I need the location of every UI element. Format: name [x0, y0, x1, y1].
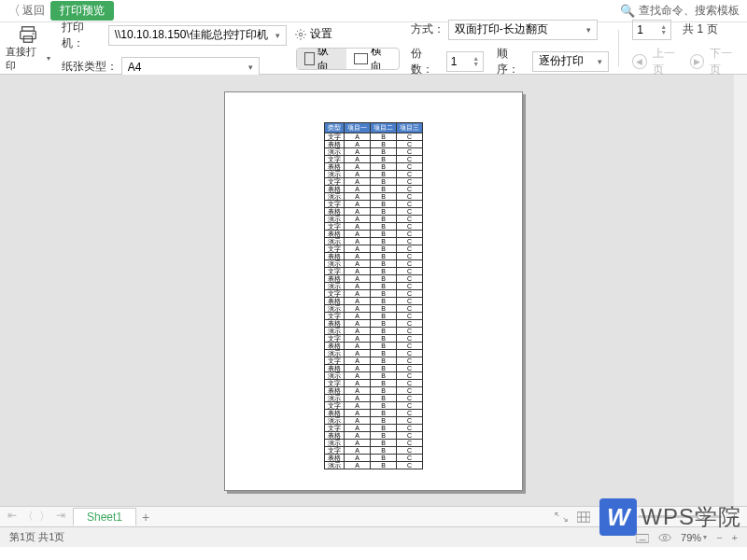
portrait-button[interactable]: 纵向 — [297, 49, 346, 69]
landscape-icon — [354, 53, 368, 64]
chevron-down-icon: ▾ — [586, 25, 591, 35]
sheet-tab[interactable]: Sheet1 — [73, 508, 136, 525]
grid-view-icon[interactable] — [577, 511, 590, 523]
scrollbar[interactable] — [734, 75, 747, 506]
chevron-down-icon: ▾ — [275, 31, 280, 40]
next-page-button[interactable]: ▶ — [690, 54, 704, 69]
printer-icon — [16, 24, 40, 45]
svg-rect-1 — [21, 31, 36, 38]
back-label: 返回 — [22, 3, 45, 19]
landscape-button[interactable]: 横向 — [346, 49, 399, 69]
spinner-icon: ▲▼ — [660, 24, 667, 35]
back-button[interactable]: 〈 返回 — [7, 3, 45, 20]
wps-logo-icon: W — [599, 498, 637, 536]
expand-icon[interactable] — [555, 511, 568, 523]
sheet-first-button[interactable]: ⇤ — [7, 509, 17, 525]
sheet-last-button[interactable]: ⇥ — [56, 509, 65, 525]
paper-label: 纸张类型： — [62, 59, 118, 75]
prev-page-label: 上一页 — [653, 46, 684, 77]
order-label: 顺序： — [497, 46, 529, 77]
spinner-icon: ▲▼ — [472, 56, 479, 67]
page-total: 共 1 页 — [683, 21, 717, 37]
search-button[interactable]: 🔍 查找命令、搜索模板 — [620, 3, 740, 19]
mode-label: 方式： — [411, 21, 444, 37]
search-placeholder: 查找命令、搜索模板 — [639, 3, 740, 19]
preview-table: 类型项目一项目二项目三文字ABC表格ABC演示ABC文字ABC表格ABC演示AB… — [324, 122, 423, 469]
mode-select[interactable]: 双面打印-长边翻页▾ — [448, 20, 598, 40]
page-title: 打印预览 — [50, 1, 114, 21]
preview-page: 类型项目一项目二项目三文字ABC表格ABC演示ABC文字ABC表格ABC演示AB… — [224, 91, 523, 491]
settings-button[interactable]: 设置 — [294, 26, 332, 42]
status-page: 第1页 共1页 — [9, 530, 64, 544]
order-select[interactable]: 逐份打印▾ — [532, 51, 609, 72]
page-input[interactable]: 1 ▲▼ — [632, 20, 671, 40]
watermark: W WPS学院 — [594, 495, 747, 539]
next-page-label: 下一页 — [710, 46, 741, 77]
chevron-left-icon: 〈 — [7, 3, 21, 20]
portrait-icon — [304, 52, 315, 65]
printer-select[interactable]: \\10.10.18.150\佳能总控打印机▾ — [108, 25, 287, 46]
sheet-next-button[interactable]: 〉 — [39, 509, 50, 525]
svg-point-3 — [33, 33, 35, 35]
direct-print-button[interactable]: 直接打印▾ — [6, 24, 50, 73]
svg-point-4 — [299, 33, 303, 36]
add-sheet-button[interactable]: + — [142, 510, 149, 525]
chevron-down-icon: ▾ — [248, 63, 253, 72]
prev-page-button[interactable]: ◀ — [632, 54, 646, 69]
copies-input[interactable]: 1 ▲▼ — [446, 51, 484, 72]
chevron-down-icon: ▾ — [47, 54, 50, 63]
divider — [618, 30, 619, 67]
svg-rect-0 — [22, 26, 35, 31]
gear-icon — [294, 28, 307, 41]
orientation-group: 纵向 横向 — [296, 48, 400, 70]
printer-label: 打印机： — [62, 20, 105, 51]
chevron-down-icon: ▾ — [598, 57, 602, 66]
search-icon: 🔍 — [620, 4, 635, 18]
copies-label: 份数： — [411, 46, 443, 77]
preview-canvas: 类型项目一项目二项目三文字ABC表格ABC演示ABC文字ABC表格ABC演示AB… — [0, 75, 747, 506]
sheet-prev-button[interactable]: 〈 — [22, 509, 34, 525]
